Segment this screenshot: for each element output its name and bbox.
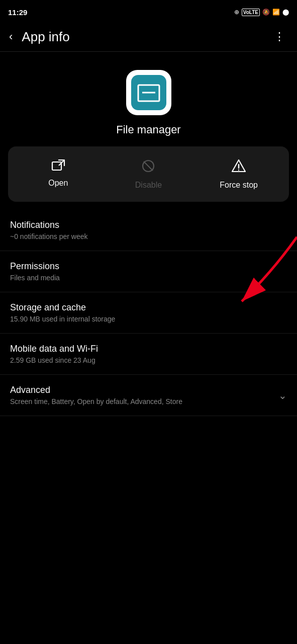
notifications-subtitle: ~0 notifications per week: [10, 232, 287, 240]
svg-rect-3: [52, 162, 61, 170]
open-label: Open: [48, 179, 68, 188]
permissions-subtitle: Files and media: [10, 274, 287, 282]
status-icons: ⊕ VoLTE 🔕 📶 ⬤: [234, 9, 289, 16]
top-bar: ‹ App info ⋮: [0, 22, 297, 52]
permissions-title: Permissions: [10, 261, 287, 272]
disable-icon: [141, 158, 156, 176]
signal-icon: 📶: [272, 9, 280, 16]
force-stop-icon: [231, 158, 246, 176]
permissions-item[interactable]: Permissions Files and media: [0, 251, 297, 292]
svg-point-9: [238, 170, 239, 171]
battery-icon: ⬤: [282, 9, 289, 16]
mobile-data-subtitle: 2.59 GB used since 23 Aug: [10, 356, 287, 364]
open-icon: [51, 158, 66, 174]
volte-icon: VoLTE: [242, 9, 260, 16]
mobile-data-title: Mobile data and Wi-Fi: [10, 344, 287, 354]
notifications-title: Notifications: [10, 220, 287, 230]
svg-line-6: [144, 162, 153, 171]
advanced-item[interactable]: Advanced Screen time, Battery, Open by d…: [0, 375, 297, 416]
app-icon-wrapper: [126, 70, 171, 115]
settings-list: Notifications ~0 notifications per week …: [0, 210, 297, 416]
mobile-data-item[interactable]: Mobile data and Wi-Fi 2.59 GB used since…: [0, 334, 297, 375]
force-stop-label: Force stop: [220, 181, 258, 190]
status-bar: 11:29 ⊕ VoLTE 🔕 📶 ⬤: [0, 0, 297, 22]
silent-icon: 🔕: [262, 9, 270, 16]
action-row: Open Disable Force stop: [8, 146, 289, 202]
disable-button[interactable]: Disable: [123, 158, 173, 190]
app-name: File manager: [116, 123, 180, 136]
more-options-button[interactable]: ⋮: [270, 28, 289, 45]
disable-label: Disable: [135, 181, 162, 190]
app-icon: [131, 75, 166, 110]
app-icon-section: File manager: [0, 52, 297, 146]
back-button[interactable]: ‹: [5, 28, 17, 45]
advanced-title: Advanced: [10, 385, 273, 395]
advanced-subtitle: Screen time, Battery, Open by default, A…: [10, 397, 273, 406]
page-title: App info: [22, 29, 69, 45]
storage-cache-item[interactable]: Storage and cache 15.90 MB used in inter…: [0, 292, 297, 334]
storage-cache-subtitle: 15.90 MB used in internal storage: [10, 315, 287, 323]
notifications-item[interactable]: Notifications ~0 notifications per week: [0, 210, 297, 251]
storage-cache-title: Storage and cache: [10, 302, 287, 313]
force-stop-button[interactable]: Force stop: [214, 158, 264, 190]
advanced-chevron: ⌄: [278, 389, 287, 401]
open-button[interactable]: Open: [33, 158, 83, 190]
location-icon: ⊕: [234, 9, 239, 16]
status-time: 11:29: [8, 8, 27, 17]
